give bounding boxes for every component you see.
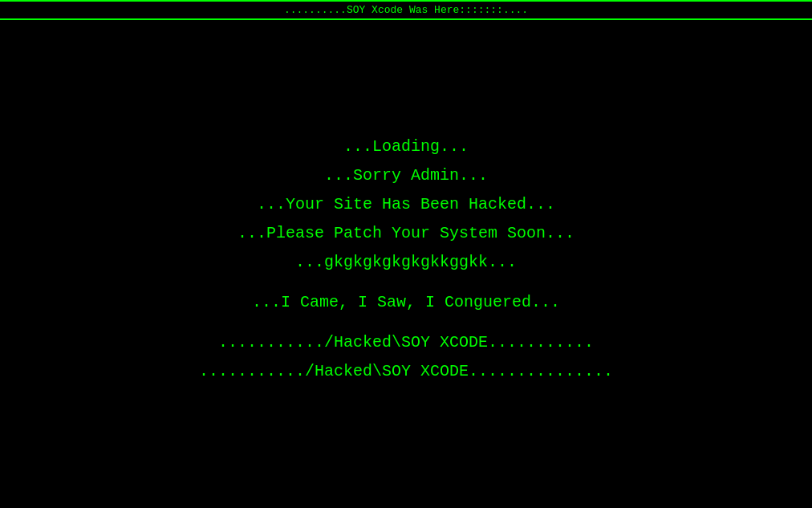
patch-line: ...Please Patch Your System Soon... [199, 221, 613, 246]
random-line: ...gkgkgkgkgkgkkggkk... [199, 250, 613, 275]
top-bar-title: ..........SOY Xcode Was Here:::::::.... [284, 4, 528, 16]
top-bar: ..........SOY Xcode Was Here:::::::.... [0, 0, 812, 20]
sorry-line: ...Sorry Admin... [199, 163, 613, 189]
hacked-soy-line1: .........../Hacked\SOY XCODE........... [199, 330, 613, 356]
main-content: ...Loading... ...Sorry Admin... ...Your … [199, 131, 613, 388]
conguered-line: ...I Came, I Saw, I Conguered... [199, 290, 613, 315]
hacked-line: ...Your Site Has Been Hacked... [199, 192, 613, 217]
loading-line: ...Loading... [199, 134, 613, 160]
hacked-soy-line2: .........../Hacked\SOY XCODE............… [199, 359, 613, 384]
